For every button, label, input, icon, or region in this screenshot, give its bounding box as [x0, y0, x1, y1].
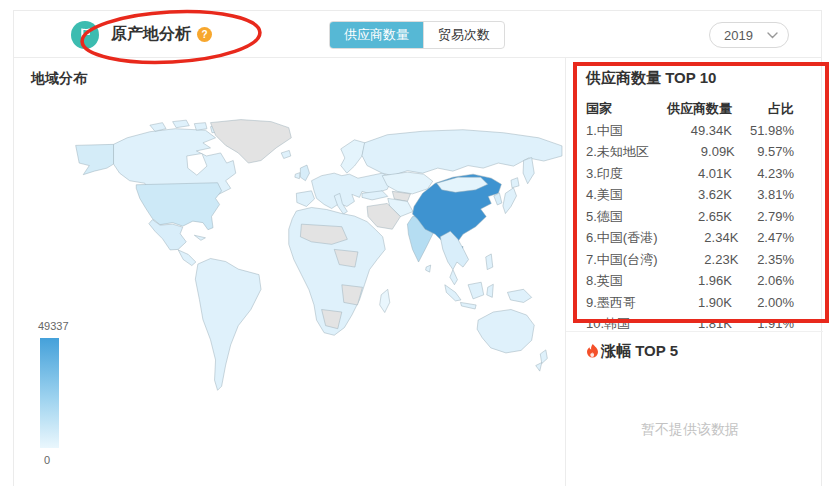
flag-icon — [71, 21, 99, 49]
tab-trade-count[interactable]: 贸易次数 — [423, 22, 504, 48]
rise-top5-label: 涨幅 TOP 5 — [601, 342, 678, 361]
page-title: 原产地分析 — [111, 24, 191, 45]
row-share: 2.00% — [732, 292, 794, 314]
row-count: 1.90K — [642, 292, 732, 314]
table-row: 4.美国 3.62K 3.81% — [586, 184, 794, 206]
year-dropdown-value: 2019 — [724, 28, 753, 43]
top10-title: 供应商数量 TOP 10 — [586, 69, 794, 88]
tab-supplier-count[interactable]: 供应商数量 — [330, 22, 423, 48]
top10-block: 供应商数量 TOP 10 国家 供应商数量 占比 1.中国 49.34K 51.… — [566, 58, 823, 335]
row-country: 7.中国(台湾) — [586, 249, 658, 271]
table-row: 1.中国 49.34K 51.98% — [586, 120, 794, 142]
row-share: 9.57% — [735, 141, 794, 163]
table-row: 3.印度 4.01K 4.23% — [586, 163, 794, 185]
row-count: 4.01K — [642, 163, 732, 185]
table-header-row: 国家 供应商数量 占比 — [586, 98, 794, 120]
stats-side-panel: 供应商数量 TOP 10 国家 供应商数量 占比 1.中国 49.34K 51.… — [566, 58, 823, 486]
row-country: 9.墨西哥 — [586, 292, 642, 314]
card-body: 地域分布 — [14, 58, 821, 486]
row-country: 3.印度 — [586, 163, 642, 185]
table-row: 8.英国 1.96K 2.06% — [586, 270, 794, 292]
rise-top5-block: 涨幅 TOP 5 暂不提供该数据 — [566, 331, 823, 439]
col-header-country: 国家 — [586, 98, 642, 120]
rise-top5-title: 涨幅 TOP 5 — [586, 342, 794, 361]
metric-tabs: 供应商数量 贸易次数 — [329, 21, 505, 49]
row-country: 2.未知地区 — [586, 141, 649, 163]
table-row: 5.德国 2.65K 2.79% — [586, 206, 794, 228]
map-panel: 地域分布 — [14, 58, 566, 486]
row-share: 2.79% — [732, 206, 794, 228]
row-share: 2.47% — [738, 227, 794, 249]
table-row: 6.中国(香港) 2.34K 2.47% — [586, 227, 794, 249]
row-count: 1.96K — [642, 270, 732, 292]
origin-analysis-card: 原产地分析 ? 供应商数量 贸易次数 2019 地域分布 — [13, 10, 822, 486]
row-country: 5.德国 — [586, 206, 642, 228]
row-country: 4.美国 — [586, 184, 642, 206]
row-country: 1.中国 — [586, 120, 642, 142]
help-icon[interactable]: ? — [197, 27, 212, 42]
legend-gradient-bar — [40, 338, 59, 448]
row-count: 49.34K — [642, 120, 732, 142]
row-share: 3.81% — [732, 184, 794, 206]
empty-data-text: 暂不提供该数据 — [586, 421, 794, 439]
col-header-share: 占比 — [732, 98, 794, 120]
chevron-down-icon — [767, 32, 778, 39]
row-count: 9.09K — [649, 141, 735, 163]
col-header-count: 供应商数量 — [642, 98, 732, 120]
table-row: 2.未知地区 9.09K 9.57% — [586, 141, 794, 163]
legend-max-label: 49337 — [36, 320, 92, 332]
row-share: 2.35% — [738, 249, 794, 271]
map-panel-title: 地域分布 — [31, 70, 87, 88]
row-count: 2.23K — [658, 249, 739, 271]
row-count: 2.65K — [642, 206, 732, 228]
row-count: 3.62K — [642, 184, 732, 206]
year-dropdown[interactable]: 2019 — [709, 22, 789, 48]
flame-icon — [586, 344, 599, 359]
row-country: 6.中国(香港) — [586, 227, 658, 249]
row-share: 51.98% — [732, 120, 794, 142]
map-legend: 49337 0 — [36, 320, 92, 466]
legend-min-label: 0 — [36, 454, 92, 466]
row-count: 2.34K — [658, 227, 739, 249]
card-header: 原产地分析 ? 供应商数量 贸易次数 2019 — [14, 11, 821, 58]
row-country: 8.英国 — [586, 270, 642, 292]
title-group: 原产地分析 ? — [71, 11, 212, 58]
row-share: 4.23% — [732, 163, 794, 185]
table-row: 9.墨西哥 1.90K 2.00% — [586, 292, 794, 314]
table-row: 7.中国(台湾) 2.23K 2.35% — [586, 249, 794, 271]
row-share: 2.06% — [732, 270, 794, 292]
world-choropleth-map[interactable] — [59, 116, 564, 402]
